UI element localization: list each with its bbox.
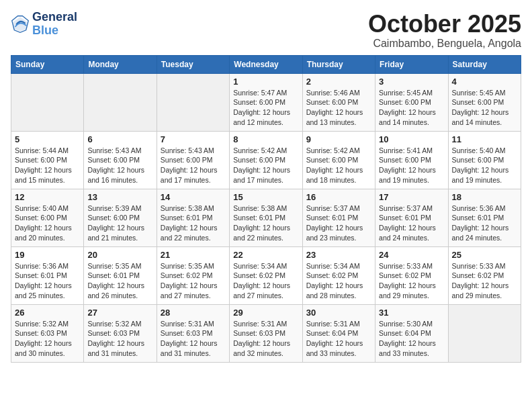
- day-info: Sunrise: 5:34 AM Sunset: 6:02 PM Dayligh…: [306, 261, 371, 301]
- logo-icon: [11, 15, 30, 34]
- calendar-cell: 25Sunrise: 5:33 AM Sunset: 6:02 PM Dayli…: [448, 246, 521, 304]
- weekday-header: Monday: [84, 55, 157, 73]
- calendar-cell: 7Sunrise: 5:43 AM Sunset: 6:00 PM Daylig…: [157, 131, 229, 189]
- day-info: Sunrise: 5:32 AM Sunset: 6:03 PM Dayligh…: [87, 319, 152, 359]
- day-number: 13: [87, 192, 152, 202]
- day-info: Sunrise: 5:35 AM Sunset: 6:02 PM Dayligh…: [161, 261, 226, 301]
- day-number: 11: [452, 134, 517, 144]
- day-info: Sunrise: 5:37 AM Sunset: 6:01 PM Dayligh…: [306, 203, 371, 243]
- calendar-cell: 8Sunrise: 5:42 AM Sunset: 6:00 PM Daylig…: [230, 131, 302, 189]
- weekday-header-row: SundayMondayTuesdayWednesdayThursdayFrid…: [11, 55, 521, 73]
- day-number: 31: [379, 308, 444, 318]
- location-title: Caimbambo, Benguela, Angola: [368, 38, 521, 50]
- calendar-cell: 23Sunrise: 5:34 AM Sunset: 6:02 PM Dayli…: [302, 246, 375, 304]
- day-number: 26: [15, 308, 80, 318]
- day-info: Sunrise: 5:37 AM Sunset: 6:01 PM Dayligh…: [379, 203, 444, 243]
- calendar-cell: 9Sunrise: 5:42 AM Sunset: 6:00 PM Daylig…: [302, 131, 375, 189]
- day-info: Sunrise: 5:41 AM Sunset: 6:00 PM Dayligh…: [379, 146, 444, 185]
- day-info: Sunrise: 5:30 AM Sunset: 6:04 PM Dayligh…: [379, 319, 444, 359]
- day-number: 28: [161, 308, 226, 318]
- day-number: 8: [233, 134, 298, 144]
- day-number: 18: [452, 192, 517, 202]
- calendar-cell: 22Sunrise: 5:34 AM Sunset: 6:02 PM Dayli…: [230, 246, 302, 304]
- day-info: Sunrise: 5:33 AM Sunset: 6:02 PM Dayligh…: [452, 261, 517, 301]
- day-info: Sunrise: 5:45 AM Sunset: 6:00 PM Dayligh…: [379, 88, 444, 128]
- day-info: Sunrise: 5:40 AM Sunset: 6:00 PM Dayligh…: [15, 203, 80, 243]
- day-info: Sunrise: 5:46 AM Sunset: 6:00 PM Dayligh…: [306, 88, 371, 128]
- day-info: Sunrise: 5:31 AM Sunset: 6:04 PM Dayligh…: [306, 319, 371, 359]
- day-number: 7: [161, 134, 226, 144]
- calendar-cell: 13Sunrise: 5:39 AM Sunset: 6:00 PM Dayli…: [84, 189, 157, 246]
- day-number: 9: [306, 134, 371, 144]
- day-info: Sunrise: 5:33 AM Sunset: 6:02 PM Dayligh…: [379, 261, 444, 301]
- day-info: Sunrise: 5:40 AM Sunset: 6:00 PM Dayligh…: [452, 146, 517, 185]
- calendar-cell: 16Sunrise: 5:37 AM Sunset: 6:01 PM Dayli…: [302, 189, 375, 246]
- day-number: 25: [452, 250, 517, 260]
- day-info: Sunrise: 5:31 AM Sunset: 6:03 PM Dayligh…: [161, 319, 226, 359]
- calendar-cell: 26Sunrise: 5:32 AM Sunset: 6:03 PM Dayli…: [11, 304, 84, 362]
- calendar-week-row: 1Sunrise: 5:47 AM Sunset: 6:00 PM Daylig…: [11, 73, 521, 131]
- day-info: Sunrise: 5:43 AM Sunset: 6:00 PM Dayligh…: [87, 146, 152, 185]
- weekday-header: Sunday: [11, 55, 84, 73]
- weekday-header: Tuesday: [157, 55, 229, 73]
- day-number: 3: [379, 77, 444, 87]
- calendar-cell: 28Sunrise: 5:31 AM Sunset: 6:03 PM Dayli…: [157, 304, 229, 362]
- day-info: Sunrise: 5:38 AM Sunset: 6:01 PM Dayligh…: [233, 203, 298, 243]
- calendar-cell: 3Sunrise: 5:45 AM Sunset: 6:00 PM Daylig…: [375, 73, 448, 131]
- day-number: 5: [15, 134, 80, 144]
- day-number: 27: [87, 308, 152, 318]
- day-number: 6: [87, 134, 152, 144]
- day-info: Sunrise: 5:38 AM Sunset: 6:01 PM Dayligh…: [161, 203, 226, 243]
- calendar-table: SundayMondayTuesdayWednesdayThursdayFrid…: [11, 55, 521, 363]
- calendar-cell: [157, 73, 229, 131]
- calendar-cell: 31Sunrise: 5:30 AM Sunset: 6:04 PM Dayli…: [375, 304, 448, 362]
- calendar-cell: 1Sunrise: 5:47 AM Sunset: 6:00 PM Daylig…: [230, 73, 302, 131]
- day-info: Sunrise: 5:36 AM Sunset: 6:01 PM Dayligh…: [452, 203, 517, 243]
- day-info: Sunrise: 5:47 AM Sunset: 6:00 PM Dayligh…: [233, 88, 298, 128]
- calendar-cell: [84, 73, 157, 131]
- calendar-cell: 17Sunrise: 5:37 AM Sunset: 6:01 PM Dayli…: [375, 189, 448, 246]
- logo-text: General Blue: [32, 11, 77, 38]
- calendar-cell: [11, 73, 84, 131]
- day-number: 23: [306, 250, 371, 260]
- day-number: 14: [161, 192, 226, 202]
- calendar-week-row: 5Sunrise: 5:44 AM Sunset: 6:00 PM Daylig…: [11, 131, 521, 189]
- weekday-header: Saturday: [448, 55, 521, 73]
- calendar-cell: 5Sunrise: 5:44 AM Sunset: 6:00 PM Daylig…: [11, 131, 84, 189]
- day-info: Sunrise: 5:31 AM Sunset: 6:03 PM Dayligh…: [233, 319, 298, 359]
- day-info: Sunrise: 5:42 AM Sunset: 6:00 PM Dayligh…: [306, 146, 371, 185]
- month-title: October 2025: [368, 11, 521, 38]
- day-number: 1: [233, 77, 298, 87]
- calendar-cell: 21Sunrise: 5:35 AM Sunset: 6:02 PM Dayli…: [157, 246, 229, 304]
- calendar-cell: 4Sunrise: 5:45 AM Sunset: 6:00 PM Daylig…: [448, 73, 521, 131]
- calendar-cell: 10Sunrise: 5:41 AM Sunset: 6:00 PM Dayli…: [375, 131, 448, 189]
- calendar-week-row: 26Sunrise: 5:32 AM Sunset: 6:03 PM Dayli…: [11, 304, 521, 362]
- day-number: 29: [233, 308, 298, 318]
- calendar-cell: 14Sunrise: 5:38 AM Sunset: 6:01 PM Dayli…: [157, 189, 229, 246]
- day-number: 16: [306, 192, 371, 202]
- day-info: Sunrise: 5:39 AM Sunset: 6:00 PM Dayligh…: [87, 203, 152, 243]
- calendar-cell: 12Sunrise: 5:40 AM Sunset: 6:00 PM Dayli…: [11, 189, 84, 246]
- day-number: 22: [233, 250, 298, 260]
- day-info: Sunrise: 5:44 AM Sunset: 6:00 PM Dayligh…: [15, 146, 80, 185]
- calendar-cell: 2Sunrise: 5:46 AM Sunset: 6:00 PM Daylig…: [302, 73, 375, 131]
- calendar-cell: 20Sunrise: 5:35 AM Sunset: 6:01 PM Dayli…: [84, 246, 157, 304]
- calendar-cell: 24Sunrise: 5:33 AM Sunset: 6:02 PM Dayli…: [375, 246, 448, 304]
- day-info: Sunrise: 5:35 AM Sunset: 6:01 PM Dayligh…: [87, 261, 152, 301]
- day-info: Sunrise: 5:45 AM Sunset: 6:00 PM Dayligh…: [452, 88, 517, 128]
- day-number: 24: [379, 250, 444, 260]
- day-info: Sunrise: 5:42 AM Sunset: 6:00 PM Dayligh…: [233, 146, 298, 185]
- calendar-week-row: 12Sunrise: 5:40 AM Sunset: 6:00 PM Dayli…: [11, 189, 521, 246]
- day-number: 2: [306, 77, 371, 87]
- day-info: Sunrise: 5:34 AM Sunset: 6:02 PM Dayligh…: [233, 261, 298, 301]
- day-number: 10: [379, 134, 444, 144]
- day-info: Sunrise: 5:32 AM Sunset: 6:03 PM Dayligh…: [15, 319, 80, 359]
- day-number: 30: [306, 308, 371, 318]
- weekday-header: Friday: [375, 55, 448, 73]
- day-number: 4: [452, 77, 517, 87]
- calendar-cell: 15Sunrise: 5:38 AM Sunset: 6:01 PM Dayli…: [230, 189, 302, 246]
- day-number: 17: [379, 192, 444, 202]
- calendar-cell: [448, 304, 521, 362]
- calendar-cell: 11Sunrise: 5:40 AM Sunset: 6:00 PM Dayli…: [448, 131, 521, 189]
- day-number: 21: [161, 250, 226, 260]
